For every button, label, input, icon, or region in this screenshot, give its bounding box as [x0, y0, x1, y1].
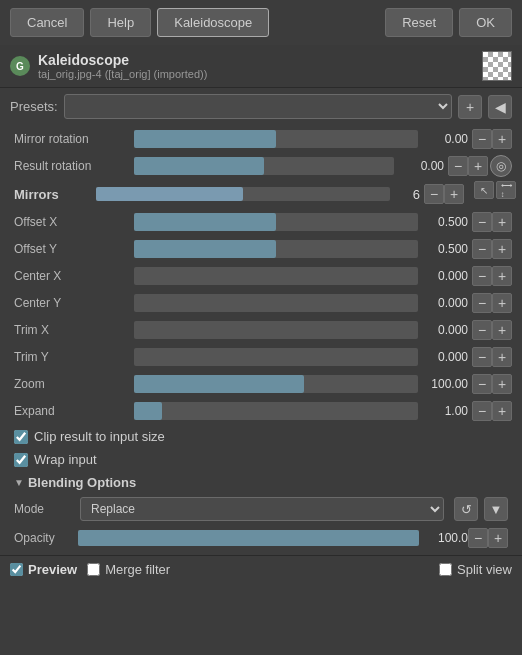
- param-minus-zoom[interactable]: −: [472, 374, 492, 394]
- param-value-offset-x: 0.500: [422, 215, 472, 229]
- preview-checkbox[interactable]: [10, 563, 23, 576]
- header-info: Kaleidoscope taj_orig.jpg-4 ([taj_orig] …: [38, 52, 482, 80]
- opacity-bar[interactable]: [78, 530, 419, 546]
- opacity-label: Opacity: [14, 531, 74, 545]
- opacity-minus-btn[interactable]: −: [468, 528, 488, 548]
- param-minus-result-rotation[interactable]: −: [448, 156, 468, 176]
- preview-thumbnail: [482, 51, 512, 81]
- param-minus-trim-y[interactable]: −: [472, 347, 492, 367]
- param-label-center-x: Center X: [10, 269, 130, 283]
- presets-row: Presets: + ◀: [0, 88, 522, 125]
- mode-select[interactable]: Replace Normal Multiply Screen: [80, 497, 444, 521]
- header: G Kaleidoscope taj_orig.jpg-4 ([taj_orig…: [0, 45, 522, 88]
- split-view-checkbox[interactable]: [439, 563, 452, 576]
- clip-result-row: Clip result to input size: [6, 425, 516, 448]
- param-bar-result-rotation[interactable]: [134, 157, 394, 175]
- clip-result-label: Clip result to input size: [34, 429, 165, 444]
- param-bar-offset-x[interactable]: [134, 213, 418, 231]
- param-trim-x: Trim X 0.000 − +: [6, 317, 516, 343]
- plugin-button[interactable]: Kaleidoscope: [157, 8, 269, 37]
- param-result-rotation: Result rotation 0.00 − + ◎: [6, 153, 516, 179]
- param-label-expand: Expand: [10, 404, 130, 418]
- split-view-label: Split view: [457, 562, 512, 577]
- mirrors-slider[interactable]: [96, 187, 390, 201]
- param-center-y: Center Y 0.000 − +: [6, 290, 516, 316]
- param-bar-trim-x[interactable]: [134, 321, 418, 339]
- presets-label: Presets:: [10, 99, 58, 114]
- param-plus-mirror-rotation[interactable]: +: [492, 129, 512, 149]
- toolbar: Cancel Help Kaleidoscope Reset OK: [0, 0, 522, 45]
- param-expand: Expand 1.00 − +: [6, 398, 516, 424]
- mirrors-label: Mirrors: [10, 187, 90, 202]
- reset-button[interactable]: Reset: [385, 8, 453, 37]
- param-plus-trim-x[interactable]: +: [492, 320, 512, 340]
- preview-label: Preview: [28, 562, 77, 577]
- mirrors-value: 6: [396, 187, 420, 202]
- mirrors-plus-btn[interactable]: +: [444, 184, 464, 204]
- param-label-zoom: Zoom: [10, 377, 130, 391]
- param-plus-offset-x[interactable]: +: [492, 212, 512, 232]
- plugin-title: Kaleidoscope: [38, 52, 482, 68]
- param-value-mirror-rotation: 0.00: [422, 132, 472, 146]
- param-plus-expand[interactable]: +: [492, 401, 512, 421]
- param-bar-expand[interactable]: [134, 402, 418, 420]
- param-bar-center-x[interactable]: [134, 267, 418, 285]
- param-minus-offset-y[interactable]: −: [472, 239, 492, 259]
- plugin-icon: G: [10, 56, 30, 76]
- mode-arrow-btn[interactable]: ▼: [484, 497, 508, 521]
- param-mirror-rotation: Mirror rotation 0.00 − +: [6, 126, 516, 152]
- help-button[interactable]: Help: [90, 8, 151, 37]
- blending-title: Blending Options: [28, 475, 136, 490]
- param-circle-result-rotation[interactable]: ◎: [490, 155, 512, 177]
- param-bar-zoom[interactable]: [134, 375, 418, 393]
- param-zoom: Zoom 100.00 − +: [6, 371, 516, 397]
- presets-arrow-btn[interactable]: ◀: [488, 95, 512, 119]
- split-view-check-group: Split view: [439, 562, 512, 577]
- blending-section-header[interactable]: ▼ Blending Options: [6, 471, 516, 494]
- param-plus-trim-y[interactable]: +: [492, 347, 512, 367]
- tool-cursor-btn[interactable]: ↖: [474, 181, 494, 199]
- param-value-center-y: 0.000: [422, 296, 472, 310]
- wrap-input-checkbox[interactable]: [14, 453, 28, 467]
- param-minus-center-x[interactable]: −: [472, 266, 492, 286]
- blending-mode-row: Mode Replace Normal Multiply Screen ↺ ▼: [6, 494, 516, 524]
- param-minus-expand[interactable]: −: [472, 401, 492, 421]
- param-offset-y: Offset Y 0.500 − +: [6, 236, 516, 262]
- opacity-plus-btn[interactable]: +: [488, 528, 508, 548]
- param-minus-trim-x[interactable]: −: [472, 320, 492, 340]
- param-value-zoom: 100.00: [422, 377, 472, 391]
- param-minus-mirror-rotation[interactable]: −: [472, 129, 492, 149]
- merge-filter-checkbox[interactable]: [87, 563, 100, 576]
- params-content: Mirror rotation 0.00 − + Result rotation…: [0, 126, 522, 551]
- param-plus-center-x[interactable]: +: [492, 266, 512, 286]
- param-minus-center-y[interactable]: −: [472, 293, 492, 313]
- tool-move-btn[interactable]: ⟷↕: [496, 181, 516, 199]
- param-plus-zoom[interactable]: +: [492, 374, 512, 394]
- cancel-button[interactable]: Cancel: [10, 8, 84, 37]
- presets-select[interactable]: [64, 94, 452, 119]
- param-label-offset-y: Offset Y: [10, 242, 130, 256]
- mirrors-minus-btn[interactable]: −: [424, 184, 444, 204]
- param-bar-trim-y[interactable]: [134, 348, 418, 366]
- param-plus-offset-y[interactable]: +: [492, 239, 512, 259]
- bottom-bar: Preview Merge filter Split view: [0, 555, 522, 583]
- param-bar-center-y[interactable]: [134, 294, 418, 312]
- preview-check-group: Preview: [10, 562, 77, 577]
- param-plus-center-y[interactable]: +: [492, 293, 512, 313]
- param-bar-mirror-rotation[interactable]: [134, 130, 418, 148]
- ok-button[interactable]: OK: [459, 8, 512, 37]
- param-center-x: Center X 0.000 − +: [6, 263, 516, 289]
- param-plus-result-rotation[interactable]: +: [468, 156, 488, 176]
- param-trim-y: Trim Y 0.000 − +: [6, 344, 516, 370]
- clip-result-checkbox[interactable]: [14, 430, 28, 444]
- opacity-row: Opacity 100.0 − +: [6, 525, 516, 551]
- param-value-center-x: 0.000: [422, 269, 472, 283]
- param-value-result-rotation: 0.00: [398, 159, 448, 173]
- param-minus-offset-x[interactable]: −: [472, 212, 492, 232]
- param-label-trim-y: Trim Y: [10, 350, 130, 364]
- param-label-offset-x: Offset X: [10, 215, 130, 229]
- mode-reset-btn[interactable]: ↺: [454, 497, 478, 521]
- presets-add-btn[interactable]: +: [458, 95, 482, 119]
- param-bar-offset-y[interactable]: [134, 240, 418, 258]
- merge-filter-check-group: Merge filter: [87, 562, 170, 577]
